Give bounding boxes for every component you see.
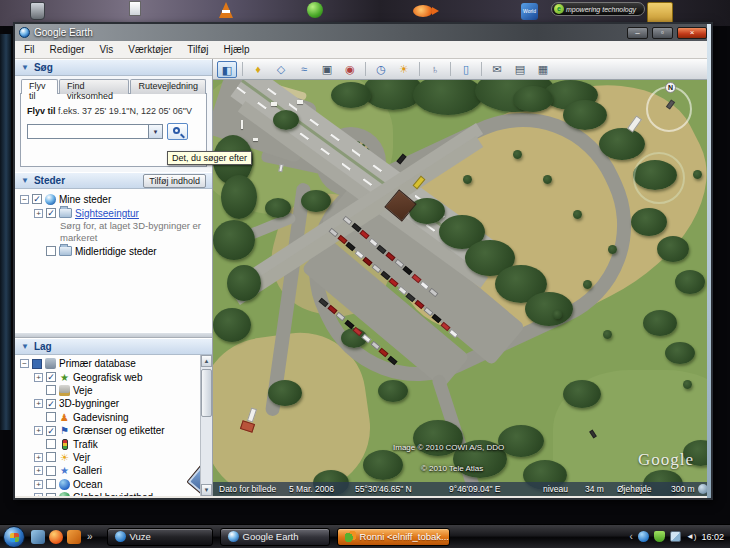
network-icon[interactable] xyxy=(670,531,681,542)
fish-icon[interactable] xyxy=(413,5,433,17)
tree-item-layer[interactable]: +Global bevidsthed xyxy=(34,491,212,496)
tree-item-layer[interactable]: +★Geografisk web xyxy=(34,370,212,383)
checkbox[interactable] xyxy=(46,452,56,462)
green-app-icon[interactable] xyxy=(307,2,323,18)
tree-item-layer[interactable]: +⚑Grænser og etiketter xyxy=(34,424,212,437)
layers-scrollbar[interactable]: ▲ ▼ xyxy=(200,355,212,496)
add-placemark-icon[interactable]: ♦ xyxy=(248,61,268,78)
checkbox[interactable] xyxy=(46,208,56,218)
media-app-icon[interactable] xyxy=(67,530,81,544)
checkbox[interactable] xyxy=(46,479,56,489)
image-overlay-icon[interactable]: ▣ xyxy=(317,61,337,78)
checkbox[interactable] xyxy=(32,194,42,204)
checkbox[interactable] xyxy=(46,412,56,422)
north-indicator[interactable]: N xyxy=(665,82,676,93)
folder-icon[interactable] xyxy=(647,2,673,24)
sidebar-toggle-icon[interactable]: ◧ xyxy=(217,61,237,78)
menu-hjaelp[interactable]: Hjælp xyxy=(224,44,250,55)
email-icon[interactable]: ✉ xyxy=(487,61,507,78)
expand-icon[interactable]: + xyxy=(34,453,43,462)
tree-item-primary-database[interactable]: − Primær database xyxy=(20,357,212,370)
tree-item-my-places[interactable]: − Mine steder xyxy=(20,192,210,206)
collapse-arrow-icon[interactable]: ▼ xyxy=(21,63,29,72)
expand-icon[interactable]: + xyxy=(34,480,43,489)
tree-item-temporary-places[interactable]: Midlertidige steder xyxy=(34,244,210,258)
checkbox[interactable] xyxy=(46,372,56,382)
record-tour-icon[interactable]: ◉ xyxy=(340,61,360,78)
tree-item-layer[interactable]: +3D-bygninger xyxy=(34,397,212,410)
checkbox[interactable] xyxy=(46,439,56,449)
start-button[interactable] xyxy=(3,526,25,548)
tray-expand-chevron[interactable]: ‹ xyxy=(630,531,633,542)
collapse-arrow-icon[interactable]: ▼ xyxy=(21,342,29,351)
checkbox[interactable] xyxy=(46,466,56,476)
tray-app-icon[interactable] xyxy=(654,531,665,542)
tray-vuze-icon[interactable] xyxy=(638,531,649,542)
recycle-bin-icon[interactable] xyxy=(30,2,45,20)
tree-item-layer[interactable]: +Veje xyxy=(34,384,212,397)
quicklaunch-overflow-chevron[interactable]: » xyxy=(87,531,93,542)
tree-item-layer[interactable]: +★Galleri xyxy=(34,464,212,477)
tree-item-layer[interactable]: +Trafik xyxy=(34,437,212,450)
search-button[interactable] xyxy=(167,123,188,140)
expand-icon[interactable]: + xyxy=(34,466,43,475)
expand-icon[interactable]: + xyxy=(34,426,43,435)
checkbox[interactable] xyxy=(46,246,56,256)
tab-directions[interactable]: Rutevejledning xyxy=(130,79,206,94)
checkbox[interactable] xyxy=(46,426,56,436)
ruler-icon[interactable]: ▯ xyxy=(456,61,476,78)
vlc-cone-icon[interactable] xyxy=(219,2,233,18)
expand-icon[interactable]: + xyxy=(34,373,43,382)
collapse-icon[interactable]: − xyxy=(20,359,29,368)
show-desktop-icon[interactable] xyxy=(31,530,45,544)
tree-item-layer[interactable]: +Ocean xyxy=(34,478,212,491)
taskbar-button-google-earth[interactable]: Google Earth xyxy=(220,528,330,546)
tree-item-sightseeing[interactable]: + Sightseeingtur xyxy=(34,206,210,220)
sunlight-icon[interactable]: ☀ xyxy=(394,61,414,78)
world-box-icon[interactable]: World xyxy=(521,3,538,20)
expand-icon[interactable]: + xyxy=(34,493,43,496)
collapse-arrow-icon[interactable]: ▼ xyxy=(21,176,29,185)
move-control[interactable] xyxy=(633,152,685,204)
menu-vaerktojer[interactable]: Værktøjer xyxy=(128,44,172,55)
tab-fly-to[interactable]: Flyv til xyxy=(21,79,58,94)
menu-vis[interactable]: Vis xyxy=(100,44,114,55)
layers-panel-header[interactable]: ▼ Lag xyxy=(15,338,212,355)
add-path-icon[interactable]: ≈ xyxy=(294,61,314,78)
firefox-icon[interactable] xyxy=(49,530,63,544)
add-content-button[interactable]: Tilføj indhold xyxy=(143,174,206,188)
places-panel-header[interactable]: ▼ Steder Tilføj indhold xyxy=(15,172,212,189)
minimize-button[interactable]: – xyxy=(627,27,648,39)
print-icon[interactable]: ▤ xyxy=(510,61,530,78)
tree-item-layer[interactable]: +☀Vejr xyxy=(34,451,212,464)
menu-tilfoj[interactable]: Tilføj xyxy=(187,44,208,55)
menu-fil[interactable]: Fil xyxy=(24,44,35,55)
maximize-button[interactable]: ▫ xyxy=(652,27,673,39)
expand-icon[interactable]: + xyxy=(34,399,43,408)
title-bar[interactable]: Google Earth – ▫ × xyxy=(15,24,711,41)
taskbar-button-messenger[interactable]: Ronni <elniff_tobak... xyxy=(337,528,450,546)
map-viewport[interactable]: N Image © 2010 COWI A/S, DDO © 2010 Tele… xyxy=(213,80,711,496)
clock[interactable]: 16:02 xyxy=(701,532,724,542)
scrollbar-thumb[interactable] xyxy=(201,369,212,417)
tab-find-business[interactable]: Find virksomhed xyxy=(59,79,129,94)
checkbox[interactable] xyxy=(46,493,56,496)
planets-icon[interactable]: ♄ xyxy=(425,61,445,78)
expand-icon[interactable]: + xyxy=(34,209,43,218)
checkbox[interactable] xyxy=(46,385,56,395)
save-image-icon[interactable]: ▦ xyxy=(533,61,553,78)
scroll-down-button[interactable]: ▼ xyxy=(201,484,212,496)
search-input[interactable] xyxy=(27,124,149,139)
close-button[interactable]: × xyxy=(677,27,707,39)
search-history-dropdown[interactable]: ▾ xyxy=(149,124,163,139)
scroll-up-button[interactable]: ▲ xyxy=(201,355,212,367)
checkbox[interactable] xyxy=(32,359,42,369)
historical-imagery-icon[interactable]: ◷ xyxy=(371,61,391,78)
collapse-icon[interactable]: − xyxy=(20,195,29,204)
search-panel-header[interactable]: ▼ Søg xyxy=(15,59,212,76)
taskbar-button-vuze[interactable]: Vuze xyxy=(107,528,213,546)
tree-item-layer[interactable]: +♟Gadevisning xyxy=(34,411,212,424)
checkbox[interactable] xyxy=(46,399,56,409)
add-polygon-icon[interactable]: ◇ xyxy=(271,61,291,78)
volume-icon[interactable]: ◄) xyxy=(686,531,697,542)
